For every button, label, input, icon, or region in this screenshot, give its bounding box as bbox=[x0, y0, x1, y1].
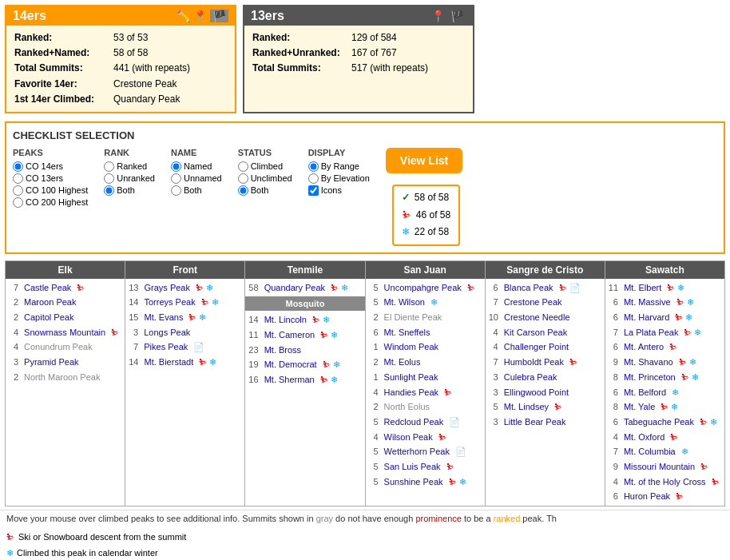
display-option-range[interactable]: By Range bbox=[308, 161, 370, 172]
list-item: 7 Humboldt Peak ⛷ bbox=[489, 355, 601, 370]
peaks-option-14ers[interactable]: CO 14ers bbox=[13, 161, 88, 172]
name-option-unnamed[interactable]: Unnamed bbox=[171, 173, 222, 184]
range-front-body: 13 Grays Peak ⛷❄ 14 Torreys Peak ⛷❄ 15 M… bbox=[125, 279, 244, 371]
list-item: 11 Mt. Cameron ⛷❄ bbox=[248, 328, 361, 343]
legend-snow: ❄ Climbed this peak in calendar winter bbox=[6, 546, 724, 560]
list-item: 4 Handies Peak ⛷ bbox=[369, 385, 482, 400]
list-item: 5 Uncompahgre Peak ⛷ bbox=[369, 280, 482, 296]
filter-row: PEAKS CO 14ers CO 13ers CO 100 Highest C… bbox=[13, 148, 717, 246]
fourteeners-box: 14ers ✏️ 📍 🏴 Ranked: 53 of 53 Ranked+Nam… bbox=[5, 5, 236, 113]
legend-ski: ⛷ Ski or Snowboard descent from the summ… bbox=[6, 530, 724, 546]
range-sawatch-body: 11 Mt. Elbert ⛷❄ 6 Mt. Massive ⛷❄ 6 Mt. … bbox=[605, 279, 724, 506]
summary-row: ✓ 58 of 58 ⛷ 46 of 58 ❄ 22 of 58 bbox=[386, 185, 460, 246]
list-item: 3 Pyramid Peak bbox=[9, 355, 121, 370]
list-item: 4 Kit Carson Peak bbox=[489, 325, 601, 340]
snow-icon: ❄ bbox=[6, 546, 14, 560]
list-item: 9 Mt. Shavano ⛷❄ bbox=[609, 355, 721, 370]
flag-icon[interactable]: 🏴 bbox=[210, 10, 228, 22]
list-item: 2 Capitol Peak bbox=[9, 310, 121, 325]
rank-option-ranked[interactable]: Ranked bbox=[104, 161, 155, 172]
list-item: 2 North Eolus bbox=[369, 399, 482, 415]
list-item: 8 Mt. Yale ⛷❄ bbox=[609, 399, 721, 415]
list-item: 6 Mt. Harvard ⛷❄ bbox=[609, 310, 721, 325]
list-item: 4 Wilson Peak ⛷ bbox=[369, 430, 482, 445]
range-tenmile-header: Tenmile bbox=[245, 261, 364, 279]
thirteeners-stat-ranked-unranked: Ranked+Unranked: 167 of 767 bbox=[252, 46, 465, 61]
thirteeners-stat-ranked: Ranked: 129 of 584 bbox=[252, 30, 465, 46]
list-item: 7 Pikes Peak 📄 bbox=[129, 340, 241, 355]
list-item: 8 Mt. Princeton ⛷❄ bbox=[609, 370, 721, 385]
range-elk: Elk 7 Castle Peak ⛷ 2 Maroon Peak 2 Capi… bbox=[6, 261, 125, 506]
fourteeners-icons: ✏️ 📍 🏴 bbox=[177, 10, 228, 22]
display-option-icons[interactable]: Icons bbox=[308, 185, 370, 196]
list-item: 15 Mt. Evans ⛷❄ bbox=[129, 310, 241, 325]
thirteeners-icons: 📍 🏴 bbox=[431, 10, 466, 22]
peaks-grid: Elk 7 Castle Peak ⛷ 2 Maroon Peak 2 Capi… bbox=[5, 260, 725, 506]
ski-icon: ⛷ bbox=[6, 530, 15, 546]
list-item: 6 Blanca Peak ⛷📄 bbox=[489, 280, 601, 296]
list-item: 6 Mt. Sneffels bbox=[369, 325, 482, 340]
list-item: 1 Windom Peak bbox=[369, 340, 482, 355]
range-sanjuan: San Juan 5 Uncompahgre Peak ⛷ 5 Mt. Wils… bbox=[366, 261, 486, 506]
list-item: 23 Mt. Bross bbox=[248, 343, 361, 358]
peaks-option-200[interactable]: CO 200 Highest bbox=[13, 197, 88, 208]
list-item: 5 Mt. Lindsey ⛷ bbox=[489, 399, 601, 415]
list-item: 7 Mt. Columbia ❄ bbox=[609, 444, 721, 459]
range-sawatch: Sawatch 11 Mt. Elbert ⛷❄ 6 Mt. Massive ⛷… bbox=[605, 261, 724, 506]
range-front: Front 13 Grays Peak ⛷❄ 14 Torreys Peak ⛷… bbox=[125, 261, 245, 506]
peaks-filter-group: PEAKS CO 14ers CO 13ers CO 100 Highest C… bbox=[13, 148, 88, 208]
thirteeners-flag-icon[interactable]: 🏴 bbox=[448, 10, 466, 22]
range-sangre-body: 6 Blanca Peak ⛷📄 7 Crestone Peak 10 Cres… bbox=[486, 279, 605, 431]
top-section: 14ers ✏️ 📍 🏴 Ranked: 53 of 53 Ranked+Nam… bbox=[0, 0, 730, 118]
thirteeners-title-row: 13ers 📍 🏴 bbox=[244, 6, 473, 26]
status-option-unclimbed[interactable]: Unclimbed bbox=[238, 173, 292, 184]
list-item: 1 Sunlight Peak bbox=[369, 370, 482, 385]
list-item: 16 Mt. Sherman ⛷❄ bbox=[248, 372, 361, 387]
list-item: 4 Mt. of the Holy Cross ⛷ bbox=[609, 475, 721, 490]
thirteeners-pin-icon[interactable]: 📍 bbox=[431, 10, 445, 22]
list-item: 2 Maroon Peak bbox=[9, 295, 121, 310]
display-filter-group: DISPLAY By Range By Elevation Icons bbox=[308, 148, 370, 196]
list-item: 2 North Maroon Peak bbox=[9, 370, 121, 385]
list-item: 14 Mt. Bierstadt ⛷❄ bbox=[129, 355, 241, 370]
list-item: 3 Ellingwood Point bbox=[489, 385, 601, 400]
peaks-option-100[interactable]: CO 100 Highest bbox=[13, 185, 88, 196]
view-btn-area: View List ✓ 58 of 58 ⛷ 46 of 58 ❄ 22 of … bbox=[386, 148, 462, 246]
list-item: 11 Mt. Elbert ⛷❄ bbox=[609, 280, 721, 296]
range-elk-header: Elk bbox=[6, 261, 125, 279]
rank-option-both[interactable]: Both bbox=[104, 185, 155, 196]
range-sanjuan-body: 5 Uncompahgre Peak ⛷ 5 Mt. Wilson ❄ 2 El… bbox=[366, 279, 485, 491]
status-filter-group: STATUS Climbed Unclimbed Both bbox=[238, 148, 292, 196]
list-item: 7 Crestone Peak bbox=[489, 295, 601, 310]
edit-icon[interactable]: ✏️ bbox=[177, 10, 190, 22]
list-item: 5 Sunshine Peak ⛷❄ bbox=[369, 475, 482, 490]
checklist-section: CHECKLIST SELECTION PEAKS CO 14ers CO 13… bbox=[5, 121, 725, 254]
status-option-climbed[interactable]: Climbed bbox=[238, 161, 292, 172]
thirteeners-stat-total: Total Summits: 517 (with repeats) bbox=[252, 61, 465, 76]
list-item: 58 Quandary Peak ⛷❄ bbox=[248, 280, 361, 296]
rank-option-unranked[interactable]: Unranked bbox=[104, 173, 155, 184]
checklist-title: CHECKLIST SELECTION bbox=[13, 129, 717, 141]
summary-snow: ❄ 22 of 58 bbox=[402, 224, 450, 241]
fourteeners-stat-ranked: Ranked: 53 of 53 bbox=[14, 30, 227, 46]
name-option-both[interactable]: Both bbox=[171, 185, 222, 196]
peaks-option-13ers[interactable]: CO 13ers bbox=[13, 173, 88, 184]
range-mosquito-header: Mosquito bbox=[245, 296, 364, 311]
range-front-header: Front bbox=[125, 261, 244, 279]
list-item: 13 Grays Peak ⛷❄ bbox=[129, 280, 241, 296]
status-option-both[interactable]: Both bbox=[238, 185, 292, 196]
list-item: 9 Missouri Mountain ⛷ bbox=[609, 459, 721, 475]
range-tenmile-body: 58 Quandary Peak ⛷❄ bbox=[245, 279, 364, 297]
summary-climbed: ✓ 58 of 58 bbox=[402, 189, 450, 207]
view-list-button[interactable]: View List bbox=[386, 148, 462, 173]
list-item: 6 Mt. Antero ⛷ bbox=[609, 340, 721, 355]
name-filter-group: NAME Named Unnamed Both bbox=[171, 148, 222, 196]
display-option-elevation[interactable]: By Elevation bbox=[308, 173, 370, 184]
summary-ski: ⛷ 46 of 58 bbox=[402, 207, 450, 224]
rank-filter-group: RANK Ranked Unranked Both bbox=[104, 148, 155, 196]
fourteeners-stat-total: Total Summits: 441 (with repeats) bbox=[14, 61, 227, 76]
range-sawatch-header: Sawatch bbox=[605, 261, 724, 279]
list-item: 5 Wetterhorn Peak 📄 bbox=[369, 444, 482, 459]
pin-icon[interactable]: 📍 bbox=[193, 10, 207, 22]
name-option-named[interactable]: Named bbox=[171, 161, 222, 172]
